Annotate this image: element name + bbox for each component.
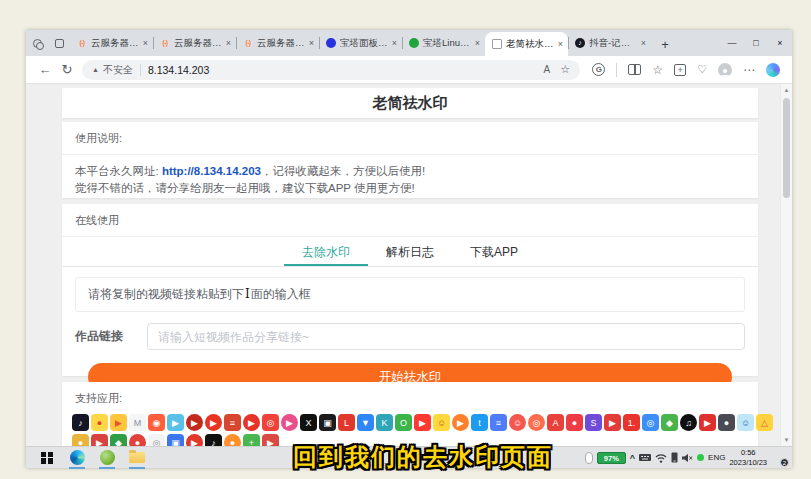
- app-icon[interactable]: ☺: [433, 414, 450, 431]
- refresh-button[interactable]: ↻: [56, 62, 78, 77]
- app-icon[interactable]: ●: [224, 434, 241, 446]
- function-tab[interactable]: 去除水印: [284, 239, 368, 266]
- app-icon[interactable]: ◎: [528, 414, 545, 431]
- copilot-icon[interactable]: [766, 63, 780, 77]
- tab-close-icon[interactable]: ×: [309, 38, 314, 48]
- app-icon[interactable]: t: [471, 414, 488, 431]
- start-button[interactable]: [32, 447, 62, 469]
- browser-tab[interactable]: 宝塔面板_百 ×: [319, 30, 402, 56]
- browser-tab[interactable]: (-) 云服务器管理 ×: [236, 30, 319, 56]
- language-indicator[interactable]: ENG: [708, 453, 725, 462]
- app-icon[interactable]: ◉: [148, 414, 165, 431]
- maximize-button[interactable]: □: [744, 30, 768, 56]
- app-icon[interactable]: ▣: [167, 434, 184, 446]
- settings-more-icon[interactable]: ⋯: [743, 63, 755, 77]
- app-icon[interactable]: ♫: [680, 414, 697, 431]
- app-icon[interactable]: ≡: [224, 414, 241, 431]
- browser-essentials-icon[interactable]: ♡: [697, 63, 707, 76]
- security-warning-icon[interactable]: ▲: [92, 66, 99, 73]
- app-icon[interactable]: ▶: [186, 434, 203, 446]
- close-window-button[interactable]: ×: [768, 30, 792, 56]
- app-icon[interactable]: ▣: [319, 414, 336, 431]
- add-favorite-icon[interactable]: ☆: [560, 63, 570, 76]
- tab-actions-button[interactable]: [48, 30, 70, 56]
- video-link-input[interactable]: [147, 323, 745, 350]
- read-aloud-icon[interactable]: A: [543, 64, 550, 75]
- app-icon[interactable]: ▶: [167, 414, 184, 431]
- app-icon[interactable]: ▶: [243, 414, 260, 431]
- scroll-down-arrow[interactable]: ▼: [781, 437, 792, 443]
- app-icon[interactable]: ☺: [737, 414, 754, 431]
- app-icon[interactable]: ▶: [281, 414, 298, 431]
- app-icon[interactable]: ●: [129, 434, 146, 446]
- app-icon[interactable]: ◆: [110, 434, 127, 446]
- scroll-up-arrow[interactable]: ▲: [781, 87, 792, 93]
- app-icon[interactable]: +: [243, 434, 260, 446]
- app-icon[interactable]: ▶: [604, 414, 621, 431]
- tab-close-icon[interactable]: ×: [392, 38, 397, 48]
- app-icon[interactable]: △: [756, 414, 773, 431]
- app-icon[interactable]: ◆: [661, 414, 678, 431]
- phone-tray-icon[interactable]: [671, 452, 678, 463]
- url-text[interactable]: 8.134.14.203: [148, 64, 209, 76]
- tab-close-icon[interactable]: ×: [475, 38, 480, 48]
- function-tab[interactable]: 下载APP: [452, 239, 536, 266]
- address-bar[interactable]: ▲ 不安全 8.134.14.203 A ☆: [82, 60, 580, 80]
- notification-center-button[interactable]: 2: [771, 451, 787, 465]
- app-icon[interactable]: K: [376, 414, 393, 431]
- app-icon[interactable]: ▶: [91, 434, 108, 446]
- taskbar-file-explorer-button[interactable]: [122, 447, 152, 469]
- browser-tab[interactable]: (-) 云服务器管理 ×: [70, 30, 153, 56]
- app-icon[interactable]: 1.: [623, 414, 640, 431]
- app-icon[interactable]: ▶: [699, 414, 716, 431]
- app-icon[interactable]: ◎: [148, 434, 165, 446]
- battery-indicator[interactable]: 97%: [597, 452, 626, 464]
- collections-icon[interactable]: +: [674, 64, 686, 76]
- minimize-button[interactable]: —: [720, 30, 744, 56]
- app-icon[interactable]: ●: [91, 414, 108, 431]
- tab-close-icon[interactable]: ×: [558, 39, 563, 49]
- taskbar-edge-button[interactable]: [62, 447, 92, 469]
- app-icon[interactable]: ●: [718, 414, 735, 431]
- scrollbar-thumb[interactable]: [783, 98, 790, 198]
- app-icon[interactable]: ●: [566, 414, 583, 431]
- profile-avatar[interactable]: [718, 63, 732, 77]
- back-button[interactable]: ←: [34, 62, 56, 77]
- tab-close-icon[interactable]: ×: [226, 38, 231, 48]
- app-icon[interactable]: ▶: [205, 414, 222, 431]
- favorites-icon[interactable]: ☆: [652, 63, 663, 77]
- app-icon[interactable]: X: [300, 414, 317, 431]
- app-icon[interactable]: ▶: [110, 414, 127, 431]
- keyboard-tray-icon[interactable]: [639, 453, 651, 462]
- extension-icon[interactable]: G: [592, 63, 605, 76]
- browser-tab[interactable]: 宝塔Linux面 ×: [402, 30, 485, 56]
- tab-close-icon[interactable]: ×: [641, 38, 646, 48]
- app-icon[interactable]: L: [338, 414, 355, 431]
- permanent-url-link[interactable]: http://8.134.14.203: [162, 165, 261, 177]
- app-icon[interactable]: A: [547, 414, 564, 431]
- browser-tab[interactable]: (-) 云服务器管理 ×: [153, 30, 236, 56]
- app-icon[interactable]: S: [585, 414, 602, 431]
- app-icon[interactable]: ◎: [262, 414, 279, 431]
- app-icon[interactable]: ●: [72, 434, 89, 446]
- split-screen-icon[interactable]: [628, 64, 641, 75]
- app-icon[interactable]: ♪: [72, 414, 89, 431]
- app-icon[interactable]: ☺: [509, 414, 526, 431]
- browser-tab[interactable]: ♪ 抖音-记录美 ×: [568, 30, 651, 56]
- function-tab[interactable]: 解析日志: [368, 239, 452, 266]
- app-icon[interactable]: ♪: [205, 434, 222, 446]
- app-icon[interactable]: ≡: [490, 414, 507, 431]
- app-icon[interactable]: ▶: [262, 434, 279, 446]
- app-icon[interactable]: ▶: [186, 414, 203, 431]
- new-tab-button[interactable]: +: [655, 32, 675, 56]
- hidden-icons-chevron[interactable]: ^: [630, 453, 635, 463]
- wifi-tray-icon[interactable]: [655, 453, 667, 463]
- app-icon[interactable]: M: [129, 414, 146, 431]
- tab-close-icon[interactable]: ×: [143, 38, 148, 48]
- app-icon[interactable]: ◎: [642, 414, 659, 431]
- workspaces-button[interactable]: [26, 30, 48, 56]
- browser-tab[interactable]: 老简祛水印-在 ×: [485, 32, 568, 56]
- taskbar-green-app-button[interactable]: [92, 447, 122, 469]
- app-icon[interactable]: ▶: [414, 414, 431, 431]
- clock[interactable]: 0:56 2023/10/23: [729, 448, 767, 468]
